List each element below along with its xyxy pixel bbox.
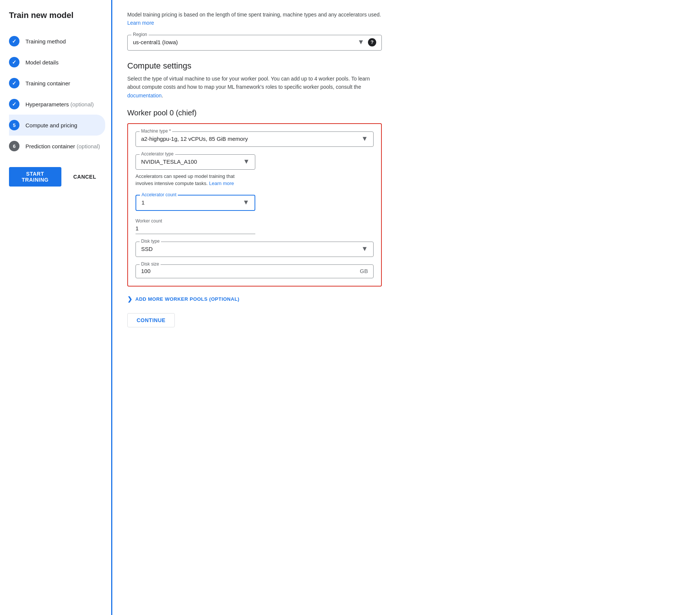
machine-type-value: a2-highgpu-1g, 12 vCPUs, 85 GiB memory: [141, 136, 248, 142]
chevron-down-icon: ❯: [127, 296, 133, 303]
main-content: Model training pricing is based on the l…: [112, 0, 700, 615]
disk-size-unit: GB: [360, 268, 368, 274]
accelerator-type-value: NVIDIA_TESLA_A100: [141, 158, 197, 165]
pricing-learn-more-link[interactable]: Learn more: [127, 20, 154, 26]
sidebar: Train new model ✓ Training method ✓ Mode…: [0, 0, 112, 615]
disk-size-field[interactable]: Disk size 100 GB: [136, 264, 374, 278]
sidebar-item-prediction-container[interactable]: 6 Prediction container (optional): [9, 136, 111, 157]
accelerator-count-field[interactable]: Accelerator count 1 ▼: [136, 195, 255, 211]
accelerator-learn-more-link[interactable]: Learn more: [209, 181, 234, 186]
accelerator-row: Accelerator type NVIDIA_TESLA_A100 ▼: [136, 154, 374, 170]
disk-size-label: Disk size: [140, 261, 161, 267]
sidebar-label-hyperparameters: Hyperparameters (optional): [25, 101, 94, 107]
step-icon-training-method: ✓: [9, 36, 19, 46]
region-help-icon[interactable]: ?: [368, 38, 376, 46]
worker-count-label: Worker count: [136, 218, 162, 224]
start-training-button[interactable]: START TRAINING: [9, 167, 61, 187]
sidebar-label-training-method: Training method: [25, 38, 66, 45]
step-icon-model-details: ✓: [9, 57, 19, 67]
accelerator-type-field[interactable]: Accelerator type NVIDIA_TESLA_A100 ▼: [136, 154, 255, 170]
machine-type-field[interactable]: Machine type * a2-highgpu-1g, 12 vCPUs, …: [136, 131, 374, 147]
documentation-link[interactable]: documentation: [127, 93, 162, 99]
sidebar-item-hyperparameters[interactable]: ✓ Hyperparameters (optional): [9, 94, 111, 115]
disk-type-dropdown-arrow[interactable]: ▼: [361, 245, 368, 253]
compute-settings-heading: Compute settings: [127, 61, 685, 71]
region-dropdown-arrow[interactable]: ▼: [357, 38, 364, 46]
region-field-actions: ▼ ?: [357, 38, 376, 46]
sidebar-item-compute-pricing[interactable]: 5 Compute and pricing: [9, 115, 105, 136]
accelerator-section: Accelerator type NVIDIA_TESLA_A100 ▼ Acc…: [136, 154, 374, 187]
sidebar-label-compute-pricing: Compute and pricing: [25, 122, 77, 128]
worker-pool-box: Machine type * a2-highgpu-1g, 12 vCPUs, …: [127, 123, 382, 287]
region-field[interactable]: Region us-central1 (Iowa) ▼ ?: [127, 35, 382, 51]
sidebar-label-prediction-container: Prediction container (optional): [25, 143, 100, 149]
accelerator-type-dropdown-arrow[interactable]: ▼: [243, 158, 250, 166]
accelerator-count-dropdown-arrow[interactable]: ▼: [243, 199, 249, 206]
disk-size-value: 100: [141, 268, 150, 274]
region-label: Region: [131, 32, 149, 37]
sidebar-title: Train new model: [9, 10, 111, 20]
step-icon-compute-pricing: 5: [9, 120, 19, 130]
disk-type-label: Disk type: [140, 239, 161, 244]
add-pools-link[interactable]: ❯ ADD MORE WORKER POOLS (OPTIONAL): [127, 296, 382, 303]
step-icon-hyperparameters: ✓: [9, 99, 19, 109]
sidebar-label-model-details: Model details: [25, 59, 58, 66]
machine-type-label: Machine type *: [140, 128, 172, 134]
sidebar-item-training-method[interactable]: ✓ Training method: [9, 31, 111, 52]
worker-pool-heading: Worker pool 0 (chief): [127, 109, 685, 117]
sidebar-actions: START TRAINING CANCEL: [9, 167, 111, 187]
accelerator-note: Accelerators can speed up model training…: [136, 173, 248, 187]
region-value: us-central1 (Iowa): [133, 39, 178, 45]
disk-type-value: SSD: [141, 246, 153, 252]
step-icon-training-container: ✓: [9, 78, 19, 88]
step-icon-prediction-container: 6: [9, 141, 19, 151]
accelerator-count-value: 1: [141, 199, 144, 206]
sidebar-item-model-details[interactable]: ✓ Model details: [9, 52, 111, 73]
disk-type-field[interactable]: Disk type SSD ▼: [136, 242, 374, 257]
machine-type-dropdown-arrow[interactable]: ▼: [361, 135, 368, 143]
accelerator-type-label: Accelerator type: [140, 151, 175, 157]
worker-count-wrapper: Worker count: [136, 218, 255, 234]
compute-settings-desc: Select the type of virtual machine to us…: [127, 75, 382, 100]
accelerator-count-label: Accelerator count: [140, 192, 178, 197]
sidebar-label-training-container: Training container: [25, 80, 70, 87]
sidebar-item-training-container[interactable]: ✓ Training container: [9, 73, 111, 94]
cancel-button[interactable]: CANCEL: [67, 170, 102, 184]
continue-button[interactable]: CONTINUE: [127, 313, 175, 327]
pricing-note: Model training pricing is based on the l…: [127, 10, 382, 27]
